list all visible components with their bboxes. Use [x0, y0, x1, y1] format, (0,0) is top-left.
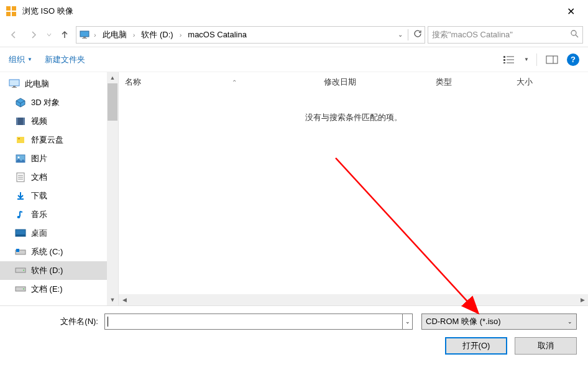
sidebar-item-label: 音乐: [31, 209, 47, 220]
cancel-button[interactable]: 取消: [515, 337, 577, 355]
sidebar-item[interactable]: 软件 (D:): [0, 261, 118, 280]
svg-rect-23: [17, 137, 24, 143]
breadcrumb-item[interactable]: 此电脑: [100, 28, 129, 42]
sidebar-item[interactable]: 3D 对象: [0, 93, 118, 112]
svg-rect-4: [80, 31, 89, 37]
search-icon: [570, 29, 579, 40]
preview-pane-icon[interactable]: [544, 54, 559, 65]
svg-rect-18: [13, 86, 16, 87]
chevron-right-icon: ›: [91, 31, 99, 39]
svg-rect-5: [83, 37, 86, 38]
sidebar-item[interactable]: 文档: [0, 168, 118, 187]
desktop-icon: [15, 228, 26, 239]
nav-history-dropdown[interactable]: [45, 26, 53, 44]
music-icon: [15, 209, 26, 220]
svg-rect-3: [12, 12, 16, 16]
picture-icon: [15, 153, 26, 164]
sidebar-item[interactable]: 音乐: [0, 205, 118, 224]
svg-rect-2: [6, 12, 11, 16]
svg-rect-6: [82, 38, 87, 39]
nav-forward-button[interactable]: [25, 26, 42, 44]
download-icon: [15, 190, 26, 202]
drive-icon: [15, 265, 26, 276]
sidebar-item[interactable]: 下载: [0, 187, 118, 205]
svg-point-26: [18, 157, 20, 159]
column-size: 大小: [517, 77, 554, 88]
open-button[interactable]: 打开(O): [445, 337, 507, 355]
nav-back-button[interactable]: [5, 26, 22, 44]
sidebar-item-label: 舒夏云盘: [31, 134, 63, 146]
empty-message: 没有与搜索条件匹配的项。: [119, 112, 588, 123]
chevron-right-icon: ›: [177, 31, 185, 39]
horizontal-scrollbar[interactable]: ◀ ▶: [119, 294, 588, 305]
sidebar-item-label: 下载: [31, 190, 47, 202]
breadcrumb-item[interactable]: macOS Catalina: [185, 29, 249, 40]
column-type: 类型: [436, 77, 517, 88]
svg-rect-34: [16, 235, 25, 236]
sidebar-item[interactable]: 系统 (C:): [0, 243, 118, 261]
svg-rect-0: [6, 6, 11, 11]
filename-dropdown[interactable]: ⌄: [403, 314, 413, 330]
sidebar-item-label: 桌面: [31, 228, 47, 239]
svg-rect-19: [12, 87, 17, 88]
drive-icon: [15, 284, 26, 295]
svg-rect-9: [503, 56, 505, 58]
monitor-icon: [9, 78, 20, 90]
svg-point-32: [17, 216, 21, 218]
breadcrumb-item[interactable]: 软件 (D:): [139, 28, 175, 42]
svg-rect-11: [503, 62, 505, 63]
film-icon: [15, 116, 26, 127]
svg-line-8: [576, 35, 578, 37]
close-button[interactable]: ✕: [558, 6, 583, 17]
sidebar-item-label: 图片: [31, 153, 47, 164]
chevron-down-icon[interactable]: ▼: [524, 57, 529, 62]
search-input[interactable]: 搜索"macOS Catalina": [428, 26, 583, 44]
window-title: 浏览 ISO 映像: [22, 6, 558, 17]
sidebar-item-label: 文档: [31, 172, 47, 183]
column-date: 修改日期: [324, 77, 436, 88]
nav-up-button[interactable]: [56, 26, 73, 44]
svg-rect-10: [503, 59, 505, 61]
organize-button[interactable]: 组织▼: [9, 54, 32, 65]
doc-icon: [15, 172, 26, 183]
search-placeholder: 搜索"macOS Catalina": [432, 29, 513, 40]
sidebar-item-label: 此电脑: [25, 78, 49, 90]
sidebar-item[interactable]: 舒夏云盘: [0, 131, 118, 149]
sidebar-item[interactable]: 图片: [0, 149, 118, 168]
help-icon[interactable]: ?: [567, 53, 579, 66]
new-folder-button[interactable]: 新建文件夹: [45, 54, 85, 65]
sidebar-scrollbar[interactable]: ▲ ▼: [107, 72, 118, 305]
sidebar-item-label: 3D 对象: [31, 97, 60, 108]
view-list-icon[interactable]: [502, 54, 517, 65]
monitor-icon: [79, 29, 90, 40]
filename-input[interactable]: [104, 314, 403, 330]
sidebar-item-label: 文档 (E:): [31, 284, 63, 295]
cube-icon: [15, 97, 26, 108]
svg-point-7: [571, 30, 576, 35]
filetype-select[interactable]: CD-ROM 映像 (*.iso) ⌄: [421, 314, 577, 330]
address-bar[interactable]: › 此电脑 › 软件 (D:) › macOS Catalina ⌄: [76, 26, 425, 44]
refresh-icon[interactable]: [413, 29, 422, 40]
chevron-right-icon: ›: [131, 31, 138, 39]
svg-point-40: [23, 289, 24, 290]
sidebar: 此电脑3D 对象视频舒夏云盘图片文档下载音乐桌面系统 (C:)软件 (D:)文档…: [0, 72, 118, 305]
svg-rect-36: [16, 249, 19, 252]
filename-label: 文件名(N):: [11, 316, 98, 327]
sidebar-item[interactable]: 此电脑: [0, 75, 118, 93]
sort-asc-icon: ⌃: [232, 79, 237, 86]
svg-point-38: [23, 270, 24, 271]
sidebar-item[interactable]: 视频: [0, 112, 118, 131]
svg-rect-17: [9, 80, 19, 86]
column-headers[interactable]: 名称⌃ 修改日期 类型 大小: [119, 72, 588, 92]
cloud-icon: [15, 134, 26, 146]
sidebar-item-label: 视频: [31, 116, 47, 127]
sidebar-item-label: 系统 (C:): [31, 246, 63, 258]
sidebar-item[interactable]: 桌面: [0, 224, 118, 243]
sidebar-item[interactable]: 文档 (E:): [0, 280, 118, 299]
svg-rect-15: [546, 56, 558, 63]
chevron-down-icon[interactable]: ⌄: [398, 31, 403, 38]
column-name: 名称⌃: [125, 77, 324, 88]
drive-win-icon: [15, 246, 26, 258]
app-icon: [5, 5, 17, 17]
chevron-down-icon: ⌄: [567, 318, 572, 325]
